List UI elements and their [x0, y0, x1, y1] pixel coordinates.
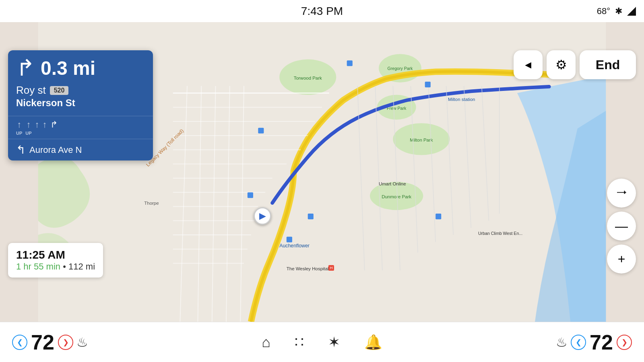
zoom-controls: ⭢ — +	[607, 179, 636, 274]
eta-distance-separator: •	[63, 261, 68, 272]
next-street-name: Aurora Ave N	[29, 145, 82, 155]
left-temperature-value: 72	[31, 330, 55, 354]
next-turn-arrow-icon: ↰	[16, 143, 25, 156]
status-right: 68° ✱	[597, 6, 636, 16]
svg-text:Dunmore Park: Dunmore Park	[382, 194, 411, 199]
svg-text:Thorpe: Thorpe	[144, 201, 159, 206]
svg-text:Torwood Park: Torwood Park	[294, 76, 322, 80]
lane-5: ↱	[50, 119, 58, 136]
lane-arrow-1: ↑	[17, 119, 21, 130]
next-turn: ↰ Aurora Ave N	[8, 139, 153, 160]
lane-arrow-5: ↱	[50, 119, 58, 130]
fan-button[interactable]: ✶	[328, 334, 340, 351]
svg-text:Milton station: Milton station	[448, 97, 475, 102]
svg-text:Urban Climb West En...: Urban Climb West En...	[478, 231, 522, 236]
lane-3: ↑	[35, 119, 39, 136]
svg-rect-53	[248, 192, 253, 198]
status-bar: 7:43 PM 68° ✱	[0, 0, 644, 22]
plus-icon: +	[618, 252, 625, 267]
turn-arrow-icon: ↱	[16, 57, 35, 79]
eta-details: 1 hr 55 min • 112 mi	[16, 261, 95, 272]
notification-button[interactable]: 🔔	[364, 334, 382, 351]
cross-street: Nickerson St	[16, 97, 145, 109]
nav-card-top: ↱ 0.3 mi	[8, 50, 153, 82]
location-indicator: ▶	[254, 207, 271, 225]
route-badge: 520	[50, 86, 69, 95]
minus-icon: —	[615, 219, 628, 234]
signal-icon	[627, 7, 636, 16]
bottom-bar: ❮ 72 ❯ ♨ ⌂ ∷ ✶ 🔔 ♨ ❮ 72 ❯	[0, 322, 644, 362]
svg-rect-50	[258, 128, 264, 134]
lane-4: ↑	[43, 119, 47, 136]
eta-duration: 1 hr 55 min	[16, 261, 60, 272]
distance-display: 0.3 mi	[41, 57, 95, 79]
move-icon: ⭢	[616, 187, 627, 200]
right-heat-icon: ♨	[556, 335, 568, 350]
svg-rect-52	[308, 214, 314, 219]
zoom-in-button[interactable]: +	[607, 245, 636, 274]
street-name: Roy st	[16, 84, 46, 97]
left-temp-decrease-button[interactable]: ❮	[12, 335, 27, 350]
lane-arrow-2: ↑	[26, 119, 31, 130]
svg-text:Auchenflower: Auchenflower	[279, 243, 310, 249]
lane-arrow-4: ↑	[43, 119, 47, 130]
right-temp-decrease-button[interactable]: ❮	[571, 335, 586, 350]
mute-button[interactable]: ◄	[514, 50, 543, 79]
street-row: Roy st 520	[16, 84, 145, 97]
eta-distance: 112 mi	[68, 261, 95, 272]
navigation-card: ↱ 0.3 mi Roy st 520 Nickerson St ↑ UP ↑ …	[8, 50, 153, 160]
location-arrow-icon: ▶	[259, 211, 266, 221]
left-temperature-control: ❮ 72 ❯ ♨	[12, 330, 88, 354]
svg-rect-54	[436, 214, 441, 219]
map-controls: ◄ ⚙ End	[514, 50, 636, 79]
street-info: Roy st 520 Nickerson St	[8, 82, 153, 116]
pan-button[interactable]: ⭢	[607, 179, 636, 208]
map-area[interactable]: Torwood Park Gregory Park Frew Park Milt…	[0, 22, 644, 322]
speaker-icon: ◄	[523, 59, 533, 71]
status-time: 7:43 PM	[301, 5, 343, 18]
lane-2: ↑ UP	[25, 119, 31, 136]
left-temp-increase-button[interactable]: ❯	[58, 335, 73, 350]
right-temperature-value: 72	[589, 330, 613, 354]
svg-text:The Wesley Hospital: The Wesley Hospital	[287, 266, 329, 271]
home-button[interactable]: ⌂	[262, 334, 270, 351]
left-heat-icon: ♨	[76, 335, 88, 350]
lane-1: ↑ UP	[16, 119, 22, 136]
lane-indicators: ↑ UP ↑ UP ↑ ↑ ↱	[8, 116, 153, 139]
svg-rect-51	[287, 237, 292, 242]
settings-button[interactable]: ⚙	[547, 50, 576, 79]
eta-arrival-time: 11:25 AM	[16, 249, 95, 261]
gear-icon: ⚙	[555, 57, 567, 72]
svg-text:H: H	[330, 266, 332, 270]
end-navigation-button[interactable]: End	[580, 50, 636, 79]
grid-button[interactable]: ∷	[295, 334, 304, 351]
svg-marker-0	[627, 7, 636, 16]
lane-arrow-3: ↑	[35, 119, 39, 130]
eta-card: 11:25 AM 1 hr 55 min • 112 mi	[8, 243, 103, 278]
svg-rect-48	[347, 60, 353, 66]
right-temperature-control: ♨ ❮ 72 ❯	[556, 330, 632, 354]
svg-rect-49	[425, 82, 431, 87]
zoom-out-button[interactable]: —	[607, 212, 636, 241]
svg-text:Umart Online: Umart Online	[379, 181, 406, 186]
right-temp-increase-button[interactable]: ❯	[617, 335, 632, 350]
status-temperature: 68°	[597, 6, 610, 16]
svg-text:Gregory Park: Gregory Park	[388, 66, 413, 71]
bluetooth-icon: ✱	[615, 6, 622, 16]
center-navigation: ⌂ ∷ ✶ 🔔	[262, 334, 382, 351]
